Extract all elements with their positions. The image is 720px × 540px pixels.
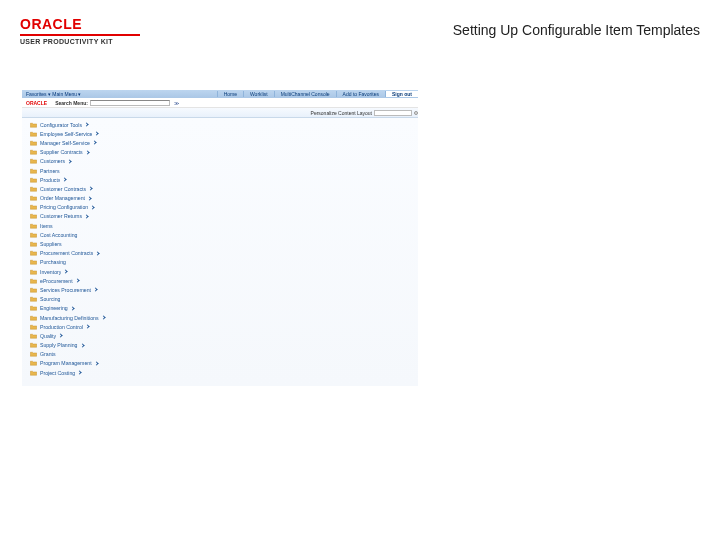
chevron-right-icon [85, 325, 89, 329]
folder-icon [30, 122, 37, 128]
menu-item[interactable]: Procurement Contracts [30, 249, 410, 258]
menu-item-label: Configurator Tools [40, 122, 82, 128]
folder-icon [30, 186, 37, 192]
menu-item-label: Quality [40, 333, 56, 339]
app-window: Favorites ▾ Main Menu ▾ Home Worklist Mu… [22, 90, 418, 386]
folder-icon [30, 278, 37, 284]
menu-item-label: Customer Contracts [40, 186, 86, 192]
menu-item-label: Supplier Contracts [40, 149, 83, 155]
nav-signout[interactable]: Sign out [385, 91, 418, 97]
chevron-right-icon [70, 306, 74, 310]
chevron-right-icon [94, 361, 98, 365]
folder-icon [30, 232, 37, 238]
menu-item-label: Manager Self-Service [40, 140, 90, 146]
menu-item[interactable]: Manager Self-Service [30, 138, 410, 147]
folder-icon [30, 223, 37, 229]
menu-item-label: Grants [40, 351, 56, 357]
menu-item-label: eProcurement [40, 278, 73, 284]
chevron-right-icon [87, 196, 91, 200]
menu-item[interactable]: Customer Returns [30, 212, 410, 221]
chevron-right-icon [89, 187, 93, 191]
search-bar: ORACLE Search Menu: ≫ [22, 98, 418, 108]
folder-icon [30, 296, 37, 302]
personalize-go-icon[interactable] [414, 111, 418, 115]
menu-item[interactable]: Inventory [30, 267, 410, 276]
folder-icon [30, 259, 37, 265]
folder-icon [30, 324, 37, 330]
menu-item-label: Supply Planning [40, 342, 78, 348]
menu-item[interactable]: Partners [30, 166, 410, 175]
personalize-label[interactable]: Personalize Content Layout [311, 110, 372, 116]
menu-item[interactable]: Supply Planning [30, 341, 410, 350]
chevron-right-icon [85, 150, 89, 154]
menu-item[interactable]: Items [30, 221, 410, 230]
menu-item-label: Cost Accounting [40, 232, 78, 238]
chevron-right-icon [80, 343, 84, 347]
menu-item[interactable]: Program Management [30, 359, 410, 368]
chevron-right-icon [75, 279, 79, 283]
menu-item-label: Employee Self-Service [40, 131, 92, 137]
menu-item[interactable]: Products [30, 175, 410, 184]
search-label: Search Menu: [51, 100, 88, 106]
menu-item[interactable]: Suppliers [30, 239, 410, 248]
nav-multichannel[interactable]: MultiChannel Console [274, 91, 336, 97]
top-nav-bar: Favorites ▾ Main Menu ▾ Home Worklist Mu… [22, 90, 418, 98]
folder-icon [30, 241, 37, 247]
chevron-right-icon [91, 205, 95, 209]
folder-icon [30, 204, 37, 210]
chevron-right-icon [64, 269, 68, 273]
chevron-right-icon [95, 132, 99, 136]
menu-item[interactable]: Grants [30, 350, 410, 359]
chevron-right-icon [67, 159, 71, 163]
menu-item[interactable]: Purchasing [30, 258, 410, 267]
folder-icon [30, 213, 37, 219]
folder-icon [30, 370, 37, 376]
menu-item-label: Engineering [40, 305, 68, 311]
upk-subtitle: USER PRODUCTIVITY KIT [20, 34, 140, 45]
folder-icon [30, 333, 37, 339]
menu-item-label: Program Management [40, 360, 92, 366]
menu-item[interactable]: Pricing Configuration [30, 203, 410, 212]
menu-item-label: Products [40, 177, 60, 183]
menu-item[interactable]: Project Costing [30, 368, 410, 377]
menu-item-label: Customer Returns [40, 213, 82, 219]
folder-icon [30, 360, 37, 366]
menu-item[interactable]: Customer Contracts [30, 184, 410, 193]
search-go-icon[interactable]: ≫ [172, 100, 179, 106]
mini-logo: ORACLE [22, 100, 51, 106]
menu-item[interactable]: Manufacturing Definitions [30, 313, 410, 322]
nav-worklist[interactable]: Worklist [243, 91, 274, 97]
menu-item[interactable]: Configurator Tools [30, 120, 410, 129]
folder-icon [30, 342, 37, 348]
menu-item[interactable]: Employee Self-Service [30, 129, 410, 138]
menu-item[interactable]: Production Control [30, 322, 410, 331]
menu-item[interactable]: eProcurement [30, 276, 410, 285]
page-header: ORACLE USER PRODUCTIVITY KIT Setting Up … [20, 22, 700, 50]
nav-home[interactable]: Home [217, 91, 243, 97]
menu-item[interactable]: Engineering [30, 304, 410, 313]
oracle-logo: ORACLE [20, 16, 140, 32]
search-input[interactable] [90, 100, 170, 106]
menu-panel: Configurator Tools Employee Self-Service… [22, 118, 418, 386]
menu-item-label: Suppliers [40, 241, 62, 247]
menu-item-label: Order Management [40, 195, 85, 201]
menu-item[interactable]: Services Procurement [30, 285, 410, 294]
menu-item[interactable]: Cost Accounting [30, 230, 410, 239]
breadcrumb[interactable]: Favorites ▾ Main Menu ▾ [22, 91, 81, 97]
menu-item-label: Partners [40, 168, 60, 174]
personalize-input[interactable] [374, 110, 412, 116]
folder-icon [30, 287, 37, 293]
menu-item-label: Sourcing [40, 296, 60, 302]
menu-item[interactable]: Sourcing [30, 295, 410, 304]
menu-item-label: Manufacturing Definitions [40, 315, 99, 321]
menu-item[interactable]: Supplier Contracts [30, 148, 410, 157]
menu-item[interactable]: Customers [30, 157, 410, 166]
menu-item-label: Production Control [40, 324, 83, 330]
folder-icon [30, 177, 37, 183]
folder-icon [30, 131, 37, 137]
menu-item[interactable]: Quality [30, 331, 410, 340]
menu-item[interactable]: Order Management [30, 194, 410, 203]
folder-icon [30, 305, 37, 311]
chevron-right-icon [92, 141, 96, 145]
nav-favorites[interactable]: Add to Favorites [336, 91, 385, 97]
